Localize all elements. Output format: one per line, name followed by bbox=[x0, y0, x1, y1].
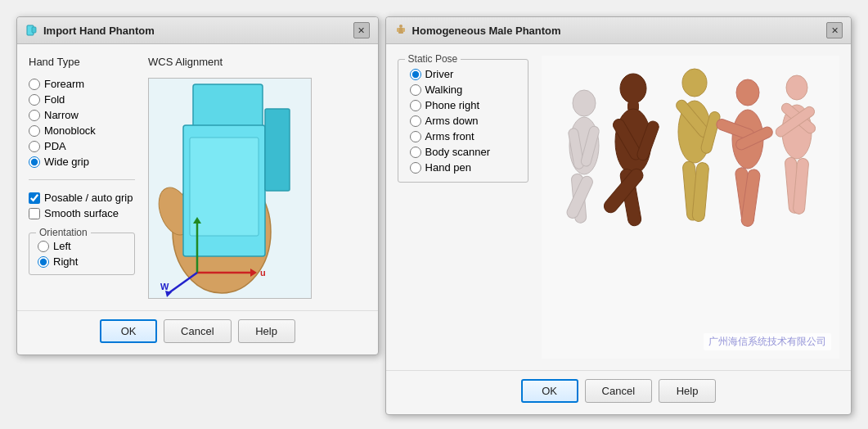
divider-1 bbox=[29, 179, 135, 180]
left-dialog-title: Import Hand Phantom bbox=[43, 25, 155, 37]
wcs-panel: WCS Alignment bbox=[148, 56, 367, 299]
hand-type-monoblock[interactable]: Monoblock bbox=[29, 124, 135, 137]
fold-label: Fold bbox=[44, 93, 65, 106]
svg-rect-22 bbox=[397, 28, 399, 32]
left-dialog-titlebar: Import Hand Phantom ✕ bbox=[17, 17, 378, 44]
orientation-left[interactable]: Left bbox=[38, 240, 126, 252]
svg-line-17 bbox=[169, 273, 197, 293]
left-radio[interactable] bbox=[38, 241, 49, 252]
svg-point-30 bbox=[620, 74, 646, 103]
svg-text:W: W bbox=[160, 282, 169, 291]
left-titlebar-left: Import Hand Phantom bbox=[25, 24, 155, 37]
arms-front-label: Arms front bbox=[425, 130, 474, 142]
pda-label: PDA bbox=[44, 140, 66, 152]
svg-rect-10 bbox=[265, 109, 290, 191]
fold-radio[interactable] bbox=[29, 94, 40, 106]
checkbox-group: Posable / auto grip Smooth surface bbox=[29, 192, 135, 219]
arms-front-radio[interactable] bbox=[410, 131, 421, 142]
right-cancel-button[interactable]: Cancel bbox=[585, 379, 652, 403]
walking-radio[interactable] bbox=[410, 84, 421, 96]
pda-radio[interactable] bbox=[29, 141, 40, 152]
svg-point-24 bbox=[573, 90, 596, 116]
phantom-preview: 广州海信系统技术有限公司 bbox=[542, 56, 839, 359]
hand-phantom-icon bbox=[25, 24, 38, 37]
homogeneous-male-phantom-dialog: Homogeneous Male Phantom ✕ Static Pose D… bbox=[385, 16, 852, 415]
left-help-button[interactable]: Help bbox=[238, 319, 295, 343]
right-dialog-titlebar: Homogeneous Male Phantom ✕ bbox=[386, 17, 851, 44]
posable-checkbox-item[interactable]: Posable / auto grip bbox=[29, 192, 135, 204]
svg-point-49 bbox=[786, 75, 807, 100]
widegrip-label: Wide grip bbox=[44, 156, 89, 168]
hand-type-forearm[interactable]: Forearm bbox=[29, 78, 135, 90]
static-pose-radio-group: Driver Walking Phone right Arms down bbox=[410, 68, 516, 174]
hand-type-label: Hand Type bbox=[29, 56, 135, 68]
posable-checkbox[interactable] bbox=[29, 192, 40, 204]
orientation-group: Orientation Left Right bbox=[29, 233, 135, 275]
arms-down-radio[interactable] bbox=[410, 115, 421, 127]
forearm-radio[interactable] bbox=[29, 79, 40, 90]
pose-body-scanner[interactable]: Body scanner bbox=[410, 146, 516, 158]
monoblock-radio[interactable] bbox=[29, 125, 40, 137]
svg-text:u: u bbox=[260, 268, 266, 278]
right-label: Right bbox=[53, 255, 78, 268]
pose-phone-right[interactable]: Phone right bbox=[410, 99, 516, 111]
pose-walking[interactable]: Walking bbox=[410, 84, 516, 96]
svg-rect-11 bbox=[190, 138, 259, 236]
hand-type-widegrip[interactable]: Wide grip bbox=[29, 156, 135, 168]
smooth-checkbox[interactable] bbox=[29, 208, 40, 219]
right-titlebar-left: Homogeneous Male Phantom bbox=[394, 24, 561, 37]
figure-5 bbox=[774, 75, 817, 214]
pose-arms-down[interactable]: Arms down bbox=[410, 115, 516, 127]
orientation-label: Orientation bbox=[36, 227, 91, 238]
walking-label: Walking bbox=[425, 84, 463, 96]
pose-hand-pen[interactable]: Hand pen bbox=[410, 161, 516, 174]
smooth-checkbox-item[interactable]: Smooth surface bbox=[29, 207, 135, 219]
wcs-label: WCS Alignment bbox=[148, 56, 367, 68]
figure-4 bbox=[715, 79, 774, 227]
forearm-label: Forearm bbox=[44, 78, 84, 90]
hand-type-narrow[interactable]: Narrow bbox=[29, 109, 135, 121]
narrow-label: Narrow bbox=[44, 109, 79, 121]
right-help-button[interactable]: Help bbox=[659, 379, 716, 403]
widegrip-radio[interactable] bbox=[29, 156, 40, 168]
wcs-preview: u W bbox=[148, 78, 312, 299]
phone-right-label: Phone right bbox=[425, 99, 480, 111]
right-buttons-row: OK Cancel Help bbox=[386, 370, 851, 414]
pose-driver[interactable]: Driver bbox=[410, 68, 516, 80]
phone-right-radio[interactable] bbox=[410, 100, 421, 111]
body-scanner-radio[interactable] bbox=[410, 147, 421, 158]
static-pose-label: Static Pose bbox=[405, 53, 461, 65]
watermark: 广州海信系统技术有限公司 bbox=[704, 333, 831, 350]
import-hand-phantom-dialog: Import Hand Phantom ✕ Hand Type Forearm … bbox=[16, 16, 379, 355]
hand-type-fold[interactable]: Fold bbox=[29, 93, 135, 106]
driver-radio[interactable] bbox=[410, 69, 421, 80]
hand-phone-svg: u W bbox=[152, 80, 308, 297]
left-ok-button[interactable]: OK bbox=[100, 319, 157, 343]
posable-label: Posable / auto grip bbox=[44, 192, 133, 204]
svg-point-43 bbox=[736, 79, 759, 106]
svg-point-20 bbox=[399, 25, 403, 28]
left-label: Left bbox=[53, 240, 71, 252]
figure-3 bbox=[674, 69, 722, 222]
left-close-button[interactable]: ✕ bbox=[353, 22, 370, 38]
left-buttons-row: OK Cancel Help bbox=[17, 310, 378, 354]
right-ok-button[interactable]: OK bbox=[521, 379, 578, 403]
hand-pen-radio[interactable] bbox=[410, 162, 421, 174]
svg-rect-8 bbox=[193, 84, 263, 129]
right-dialog-title: Homogeneous Male Phantom bbox=[412, 25, 561, 37]
svg-rect-23 bbox=[403, 28, 405, 32]
smooth-label: Smooth surface bbox=[44, 207, 119, 219]
monoblock-label: Monoblock bbox=[44, 124, 96, 137]
figure-1 bbox=[565, 90, 600, 224]
hand-type-pda[interactable]: PDA bbox=[29, 140, 135, 152]
left-cancel-button[interactable]: Cancel bbox=[164, 319, 231, 343]
narrow-radio[interactable] bbox=[29, 110, 40, 121]
pose-arms-front[interactable]: Arms front bbox=[410, 130, 516, 142]
hand-pen-label: Hand pen bbox=[425, 161, 471, 174]
figure-2 bbox=[601, 74, 660, 227]
orientation-right[interactable]: Right bbox=[38, 255, 126, 268]
left-dialog-body: Hand Type Forearm Fold Narrow Monoblock bbox=[17, 44, 378, 310]
right-close-button[interactable]: ✕ bbox=[826, 22, 843, 38]
svg-rect-1 bbox=[32, 27, 36, 33]
right-radio[interactable] bbox=[38, 256, 49, 268]
